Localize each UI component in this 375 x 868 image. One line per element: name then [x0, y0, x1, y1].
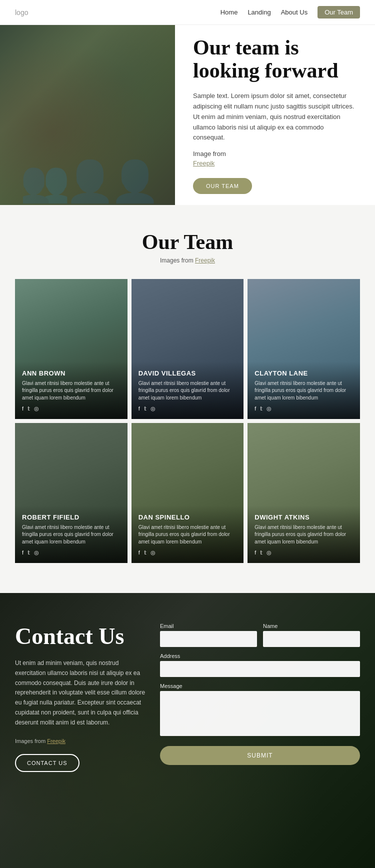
member-socials: f 𝕥 ◎: [254, 550, 353, 556]
name-input[interactable]: [263, 631, 360, 647]
member-name: ROBERT FIFIELD: [22, 514, 120, 521]
name-label: Name: [263, 623, 360, 629]
hero-section: 👥👤👤 Our team is looking forward Sample t…: [0, 25, 375, 205]
member-name: ANN BROWN: [22, 370, 120, 377]
hero-freepik-link[interactable]: Freepik: [193, 160, 357, 167]
message-label: Message: [160, 683, 360, 689]
email-input[interactable]: [160, 631, 257, 647]
address-label: Address: [160, 653, 360, 659]
facebook-icon[interactable]: f: [138, 550, 140, 556]
member-desc: Glavi amet ritnisi libero molestie ante …: [138, 380, 237, 402]
twitter-icon[interactable]: 𝕥: [260, 406, 262, 412]
twitter-icon[interactable]: 𝕥: [28, 406, 30, 412]
team-card-david-villegas[interactable]: DAVID VILLEGAS Glavi amet ritnisi libero…: [132, 279, 244, 419]
member-name: DAVID VILLEGAS: [138, 370, 237, 377]
instagram-icon[interactable]: ◎: [266, 550, 272, 556]
team-card-clayton-lane[interactable]: CLAYTON LANE Glavi amet ritnisi libero m…: [248, 279, 360, 419]
team-grid: ANN BROWN Glavi amet ritnisi libero mole…: [15, 279, 360, 563]
hero-content: Our team is looking forward Sample text.…: [175, 25, 375, 205]
nav-link-landing[interactable]: Landing: [248, 8, 270, 16]
twitter-icon[interactable]: 𝕥: [28, 550, 30, 556]
member-socials: f 𝕥 ◎: [22, 406, 120, 412]
facebook-icon[interactable]: f: [138, 406, 140, 412]
team-subtitle: Images from Freepik: [15, 257, 360, 264]
hero-image-from-label: Image from: [193, 150, 357, 158]
member-socials: f 𝕥 ◎: [22, 550, 120, 556]
submit-button[interactable]: SUBMIT: [160, 746, 360, 765]
instagram-icon[interactable]: ◎: [150, 550, 156, 556]
logo: logo: [15, 8, 28, 16]
member-socials: f 𝕥 ◎: [138, 406, 237, 412]
member-desc: Glavi amet ritnisi libero molestie ante …: [22, 524, 120, 546]
facebook-icon[interactable]: f: [254, 406, 256, 412]
twitter-icon[interactable]: 𝕥: [260, 550, 262, 556]
instagram-icon[interactable]: ◎: [34, 406, 39, 412]
member-name: DWIGHT ATKINS: [254, 514, 353, 521]
team-section: Our Team Images from Freepik ANN BROWN G…: [0, 205, 375, 593]
team-title: Our Team: [15, 230, 360, 254]
instagram-icon[interactable]: ◎: [266, 406, 272, 412]
member-desc: Glavi amet ritnisi libero molestie ante …: [254, 524, 353, 546]
twitter-icon[interactable]: 𝕥: [144, 550, 146, 556]
nav-link-about[interactable]: About Us: [281, 8, 308, 16]
facebook-icon[interactable]: f: [22, 550, 24, 556]
message-textarea[interactable]: [160, 691, 360, 736]
hero-description: Sample text. Lorem ipsum dolor sit amet,…: [193, 91, 357, 143]
team-freepik-link[interactable]: Freepik: [195, 257, 215, 264]
nav-link-home[interactable]: Home: [220, 8, 238, 16]
contact-form: Email Name Address Message SUBMIT: [160, 623, 360, 765]
nav-link-ourteam[interactable]: Our Team: [318, 6, 360, 18]
member-desc: Glavi amet ritnisi libero molestie ante …: [22, 380, 120, 402]
team-card-dan-spinello[interactable]: DAN SPINELLO Glavi amet ritnisi libero m…: [132, 423, 244, 563]
contact-images-from: Images from Freepik: [15, 738, 150, 744]
contact-title: Contact Us: [15, 623, 150, 650]
instagram-icon[interactable]: ◎: [34, 550, 39, 556]
member-socials: f 𝕥 ◎: [254, 406, 353, 412]
contact-us-button[interactable]: CONTACT US: [15, 754, 80, 772]
member-desc: Glavi amet ritnisi libero molestie ante …: [254, 380, 353, 402]
contact-freepik-link[interactable]: Freepik: [47, 738, 66, 744]
member-name: CLAYTON LANE: [254, 370, 353, 377]
instagram-icon[interactable]: ◎: [150, 406, 156, 412]
hero-cta-button[interactable]: OUR TEAM: [193, 178, 252, 194]
twitter-icon[interactable]: 𝕥: [144, 406, 146, 412]
navbar: logo Home Landing About Us Our Team: [0, 0, 375, 25]
member-socials: f 𝕥 ◎: [138, 550, 237, 556]
team-card-ann-brown[interactable]: ANN BROWN Glavi amet ritnisi libero mole…: [15, 279, 128, 419]
contact-left: Contact Us Ut enim ad minim veniam, quis…: [15, 623, 160, 772]
facebook-icon[interactable]: f: [22, 406, 24, 412]
hero-title: Our team is looking forward: [193, 36, 357, 82]
member-desc: Glavi amet ritnisi libero molestie ante …: [138, 524, 237, 546]
member-name: DAN SPINELLO: [138, 514, 237, 521]
contact-section: Contact Us Ut enim ad minim veniam, quis…: [0, 593, 375, 868]
hero-image: 👥👤👤: [0, 25, 175, 205]
team-card-robert-fifield[interactable]: ROBERT FIFIELD Glavi amet ritnisi libero…: [15, 423, 128, 563]
contact-description: Ut enim ad minim veniam, quis nostrud ex…: [15, 658, 150, 728]
nav-links: Home Landing About Us Our Team: [220, 6, 360, 18]
address-input[interactable]: [160, 661, 360, 677]
email-label: Email: [160, 623, 257, 629]
team-card-dwight-atkins[interactable]: DWIGHT ATKINS Glavi amet ritnisi libero …: [248, 423, 360, 563]
facebook-icon[interactable]: f: [254, 550, 256, 556]
